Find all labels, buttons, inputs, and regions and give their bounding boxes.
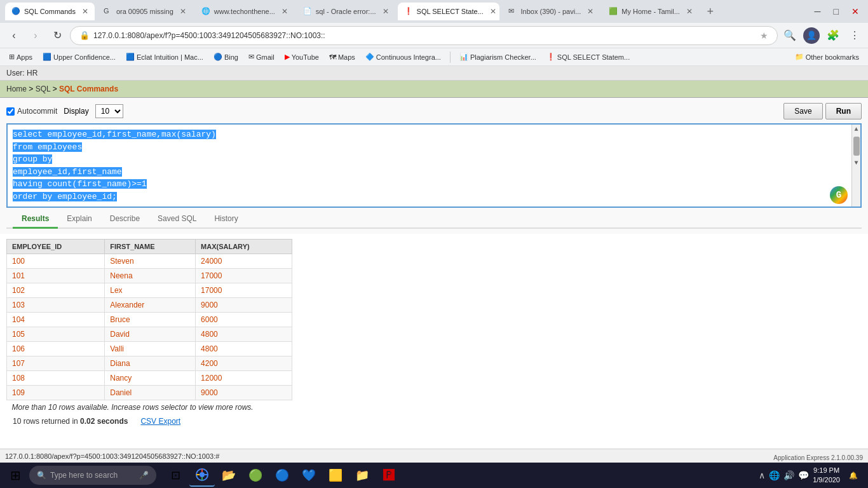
scroll-down-arrow[interactable]: ▼ — [853, 158, 859, 168]
tab-techonthene[interactable]: 🌐 www.techonthene... ✕ — [195, 3, 294, 20]
run-button[interactable]: Run — [825, 103, 862, 119]
forward-button[interactable]: › — [27, 27, 44, 44]
tab-close-sql[interactable]: ✕ — [82, 7, 88, 16]
network-icon[interactable]: 🌐 — [769, 470, 780, 480]
tab-inbox[interactable]: ✉ Inbox (390) - pavi... ✕ — [502, 3, 600, 20]
code-line-1: select employee_id,first_name,max(salary… — [13, 128, 855, 141]
profile-icon[interactable]: 👤 — [803, 27, 820, 44]
tab-close-select[interactable]: ✕ — [490, 7, 496, 16]
taskbar-sticky-app[interactable]: 🟨 — [323, 464, 348, 487]
taskbar-system-tray: ∧ 🌐 🔊 💬 9:19 PM 1/9/2020 🔔 — [759, 464, 865, 487]
close-button[interactable]: ✕ — [848, 5, 863, 18]
tab-title-tech: www.techonthene... — [214, 8, 275, 15]
menu-icon[interactable]: ⋮ — [846, 27, 863, 44]
volume-icon[interactable]: 🔊 — [783, 470, 794, 480]
table-cell-0: 100 — [7, 254, 105, 269]
action-center-icon[interactable]: 💬 — [798, 470, 809, 480]
tab-oracle-error[interactable]: 📄 sql - Oracle error:... ✕ — [297, 3, 395, 20]
tab-sql-select[interactable]: ❗ SQL SELECT State... ✕ — [398, 3, 499, 20]
tab-close-inbox[interactable]: ✕ — [587, 7, 593, 16]
bookmark-youtube[interactable]: ▶ YouTube — [281, 51, 323, 62]
tab-myhome[interactable]: 🟩 My Home - Tamil... ✕ — [602, 3, 698, 20]
table-cell-2: 4200 — [196, 356, 292, 371]
table-cell-0: 104 — [7, 313, 105, 327]
gmail-icon: ✉ — [248, 53, 254, 61]
csv-export-link[interactable]: CSV Export — [140, 417, 180, 426]
code-editor[interactable]: select employee_id,first_name,max(salary… — [6, 123, 862, 208]
autocommit-checkbox[interactable] — [6, 107, 15, 116]
tab-close-ora[interactable]: ✕ — [180, 7, 186, 16]
bookmark-upper-confidence[interactable]: 🟦 Upper Confidence... — [39, 51, 119, 62]
tab-saved-sql[interactable]: Saved SQL — [149, 210, 205, 229]
microphone-icon[interactable]: 🎤 — [139, 471, 149, 480]
taskbar-search-icon: 🔍 — [37, 471, 46, 480]
taskbar-powerpoint-app[interactable]: 🅿 — [376, 464, 402, 487]
sql-area: Autocommit Display 5 10 15 20 25 Save Ru… — [0, 98, 868, 234]
taskbar-green-app[interactable]: 🟢 — [243, 464, 268, 487]
taskbar-task-view[interactable]: ⊡ — [163, 464, 188, 487]
tab-close-home[interactable]: ✕ — [686, 7, 693, 16]
bookmark-eclat[interactable]: 🟦 Eclat Intuition | Mac... — [122, 51, 207, 62]
address-bar[interactable]: 🔒 127.0.0.1:8080/apex/f?p=4500:1003:3491… — [70, 26, 778, 45]
extensions-icon[interactable]: 🧩 — [825, 27, 841, 44]
save-button[interactable]: Save — [783, 103, 822, 119]
table-row: 106Valli4800 — [7, 342, 292, 356]
code-line-3: group by — [13, 153, 855, 166]
bookmark-separator — [450, 51, 451, 63]
taskbar-explorer-app[interactable]: 📁 — [349, 464, 375, 487]
bookmark-sql-select[interactable]: ❗ SQL SELECT Statem... — [543, 51, 634, 62]
minimize-button[interactable]: ─ — [811, 5, 825, 18]
taskbar-file-app[interactable]: 📂 — [216, 464, 241, 487]
breadcrumb-home[interactable]: Home — [6, 85, 27, 93]
taskbar-clock[interactable]: 9:19 PM 1/9/2020 — [813, 466, 840, 485]
notification-button[interactable]: 🔔 — [844, 464, 863, 487]
tab-explain[interactable]: Explain — [58, 210, 100, 229]
chrome-icon — [196, 468, 208, 481]
bookmark-eclat-label: Eclat Intuition | Mac... — [137, 53, 203, 61]
code-scrollbar[interactable]: ▲ ▼ — [851, 125, 860, 207]
row-count-label: 10 rows returned in — [13, 417, 78, 426]
taskbar-search-bar[interactable]: 🔍 Type here to search 🎤 — [29, 466, 156, 485]
taskbar-blue-app[interactable]: 🔵 — [269, 464, 295, 487]
code-content[interactable]: select employee_id,first_name,max(salary… — [8, 125, 860, 207]
tab-ora[interactable]: G ora 00905 missing ✕ — [97, 3, 193, 20]
new-tab-button[interactable]: + — [702, 3, 719, 20]
taskbar-chrome-app[interactable] — [189, 464, 215, 487]
bookmark-gmail[interactable]: ✉ Gmail — [245, 51, 278, 62]
start-button[interactable]: ⊞ — [3, 464, 28, 487]
clock-time: 9:19 PM — [813, 466, 840, 475]
search-icon[interactable]: 🔍 — [782, 27, 798, 44]
tab-history[interactable]: History — [205, 210, 247, 229]
taskbar-vscode-app[interactable]: 💙 — [296, 464, 322, 487]
display-select[interactable]: 5 10 15 20 25 — [95, 104, 123, 118]
other-bookmarks[interactable]: 📁 Other bookmarks — [791, 51, 863, 62]
tab-sql-commands[interactable]: 🔵 SQL Commands ✕ — [5, 3, 95, 20]
bookmark-bing[interactable]: 🔵 Bing — [210, 51, 242, 62]
bookmark-maps[interactable]: 🗺 Maps — [325, 52, 359, 62]
bookmarks-bar: ⊞ Apps 🟦 Upper Confidence... 🟦 Eclat Int… — [0, 48, 868, 66]
expand-tray-icon[interactable]: ∧ — [759, 470, 765, 480]
address-text: 127.0.0.1:8080/apex/f?p=4500:1003:349120… — [93, 31, 756, 40]
back-button[interactable]: ‹ — [5, 27, 23, 44]
reload-button[interactable]: ↻ — [48, 27, 66, 44]
scrollbar-thumb[interactable] — [853, 137, 860, 156]
sql-toolbar: Autocommit Display 5 10 15 20 25 Save Ru… — [6, 103, 862, 119]
address-star-icon[interactable]: ★ — [760, 30, 768, 41]
tab-close-oracle[interactable]: ✕ — [383, 7, 389, 16]
bookmark-ci[interactable]: 🔷 Continuous Integra... — [362, 51, 445, 62]
tab-results[interactable]: Results — [13, 210, 58, 229]
table-cell-0: 107 — [7, 356, 105, 371]
table-cell-1: Bruce — [105, 313, 196, 327]
autocommit-label[interactable]: Autocommit — [6, 107, 57, 116]
bookmark-plagiarism[interactable]: 📊 Plagiarism Checker... — [456, 51, 540, 62]
bookmark-apps[interactable]: ⊞ Apps — [5, 51, 36, 62]
maximize-button[interactable]: □ — [830, 5, 843, 18]
table-cell-2: 24000 — [196, 254, 292, 269]
breadcrumb-sql[interactable]: SQL — [36, 85, 51, 93]
tab-close-tech[interactable]: ✕ — [281, 7, 288, 16]
scroll-up-arrow[interactable]: ▲ — [853, 125, 859, 134]
results-table: EMPLOYEE_ID FIRST_NAME MAX(SALARY) 100St… — [6, 239, 292, 414]
app-version: Application Express 2.1.0.00.39 — [773, 454, 863, 461]
tab-describe[interactable]: Describe — [101, 210, 149, 229]
browser-titlebar: 🔵 SQL Commands ✕ G ora 00905 missing ✕ 🌐… — [0, 0, 868, 23]
